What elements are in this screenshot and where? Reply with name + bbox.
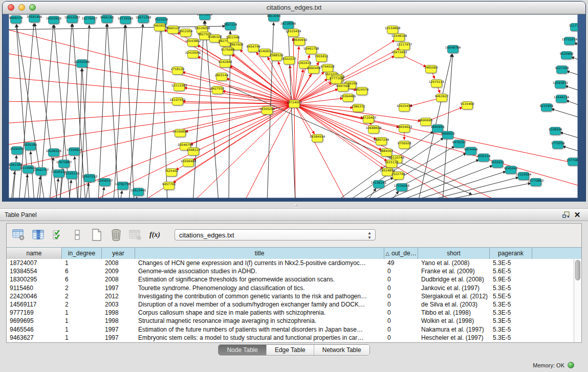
graph-node-label: 9242848: [219, 60, 232, 63]
graph-node-label: 10958107: [97, 179, 113, 182]
cell: Nakamura et al. (1997): [418, 325, 490, 334]
graph-node-label: 9146821: [258, 49, 272, 53]
close-icon[interactable]: ✕: [572, 210, 583, 220]
graph-node-label: 15823445: [130, 188, 146, 192]
graph-node-label: 16671358: [136, 15, 151, 19]
cell: 5.3E-5: [490, 334, 532, 342]
graph-node-label: 9227343: [555, 66, 569, 70]
graph-node-label: 11548108: [391, 34, 407, 37]
table-row[interactable]: 977716911998Corpus callosum shape and si…: [7, 309, 581, 317]
cell: Tibbo et al. (1998): [418, 309, 490, 317]
cell: Investigating the contribution of common…: [135, 292, 384, 300]
network-canvas[interactable]: 9405574376914061692092510653287152760279…: [9, 14, 578, 198]
tab-node-table[interactable]: Node Table: [219, 345, 266, 355]
graph-node-label: 19654923: [397, 125, 412, 128]
cell: 9465546: [7, 325, 62, 334]
column-header-pagerank[interactable]: pagerank: [490, 248, 532, 259]
graph-node-label: 7955812: [315, 54, 329, 58]
column-header-short[interactable]: short: [418, 248, 490, 259]
vertical-scrollbar[interactable]: [574, 259, 581, 342]
graph-node-label: 1773059: [551, 141, 565, 145]
table-row[interactable]: 946362711997Embryonic stem cells: a mode…: [7, 334, 581, 342]
scrollbar-thumb[interactable]: [575, 260, 580, 280]
graph-node-label: 7386372: [352, 104, 365, 108]
graph-node-label: 7515526: [155, 17, 168, 21]
graph-node-label: 18807249: [374, 138, 389, 141]
tab-edge-table[interactable]: Edge Table: [266, 345, 314, 355]
graph-node-label: 9497568: [336, 84, 350, 87]
splitter-grip-icon[interactable]: [294, 204, 297, 207]
window-titlebar[interactable]: citations_edges.txt: [3, 2, 585, 14]
panel-splitter[interactable]: [0, 202, 588, 208]
cell: 14569117: [7, 300, 62, 309]
status-bar: Memory: OK: [0, 358, 588, 372]
graph-node-label: 8186328: [208, 35, 222, 38]
graph-node-label: 10653287: [64, 15, 80, 19]
graph-node-label: 1362615: [298, 61, 312, 64]
cell: 1997: [102, 325, 135, 334]
table-row[interactable]: 1872400712008Changes of HCN gene express…: [7, 259, 581, 267]
graph-node-label: 1811546: [226, 35, 240, 39]
table-row[interactable]: 946554611997Estimation of the future num…: [7, 325, 581, 334]
graph-node-label: 9777169: [330, 76, 343, 80]
cell: 5.6E-5: [490, 267, 532, 275]
memory-ok-indicator[interactable]: [568, 362, 574, 368]
cell: 2: [62, 284, 102, 292]
graph-node-label: 18325419: [286, 29, 301, 33]
float-window-icon[interactable]: [560, 210, 572, 220]
column-header-out_de[interactable]: △out_de…: [384, 248, 418, 259]
column-header-title[interactable]: title: [135, 248, 384, 259]
table-row[interactable]: 1830029562008Estimation of significance …: [7, 275, 581, 283]
table-select-value: citations_edges.txt: [179, 231, 234, 239]
table-row[interactable]: 911546021997Tourette syndrome. Phenomeno…: [7, 284, 581, 292]
graph-node-label: 1615132: [385, 160, 399, 164]
table-row[interactable]: 969969511998Structural magnetic resonanc…: [7, 317, 581, 325]
table-row[interactable]: 2242004622012Investigating the contribut…: [7, 292, 581, 300]
citation-network-graph[interactable]: 9405574376914061692092510653287152760279…: [9, 14, 578, 198]
graph-node-label: 12505135: [64, 171, 80, 175]
graph-node-label: 11156829: [20, 166, 36, 169]
table-row[interactable]: 1456911722003Disruption of a novel membe…: [7, 300, 581, 309]
column-header-year[interactable]: year: [102, 248, 135, 259]
graph-node-label: 20206526: [46, 149, 62, 152]
graph-node-label: 9474444: [464, 147, 478, 151]
graph-node-label: 10688609: [366, 126, 382, 129]
table-select-dropdown[interactable]: citations_edges.txt ▲▼: [175, 229, 376, 240]
graph-node-label: 12103584: [516, 172, 532, 176]
new-table-icon[interactable]: [90, 228, 103, 242]
select-all-icon[interactable]: [51, 228, 64, 242]
graph-node-label: 15720407: [361, 116, 377, 119]
column-header-name[interactable]: name: [7, 248, 62, 259]
function-builder-icon[interactable]: f(x): [148, 228, 162, 242]
graph-node-label: 18640910: [292, 38, 308, 41]
cell: Tourette syndrome. Phenomenology and cla…: [135, 284, 384, 292]
cell: 2: [62, 300, 102, 309]
graph-node-label: 15770863: [528, 179, 544, 182]
graph-node-label: 9884067: [380, 149, 394, 152]
graph-node-label: 1588520: [270, 53, 284, 57]
cell: 0: [384, 300, 418, 309]
cell: 2012: [102, 292, 135, 300]
cell: 5.3E-5: [490, 300, 532, 309]
delete-table-icon[interactable]: [109, 228, 123, 242]
cell: 9777169: [7, 309, 62, 317]
column-header-in_degree[interactable]: in_degree: [62, 248, 102, 259]
graph-node-label: 8427552: [211, 86, 225, 90]
tab-network-table[interactable]: Network Table: [314, 345, 369, 355]
unselect-all-icon[interactable]: [70, 228, 84, 242]
table-toolbar: f(x) citations_edges.txt ▲▼: [7, 224, 581, 246]
cell: 6: [62, 275, 102, 283]
graph-node-label: 9529966: [560, 52, 574, 55]
select-columns-icon[interactable]: [31, 228, 45, 242]
cell: 5.9E-5: [490, 275, 532, 283]
cell: 1998: [102, 317, 135, 325]
table-settings-icon[interactable]: [12, 228, 26, 242]
cell: 2008: [102, 259, 135, 267]
cell: 0: [384, 309, 418, 317]
table-row[interactable]: 1938455462009Genome-wide association stu…: [7, 267, 581, 275]
graph-node-label: 3624574: [355, 87, 369, 91]
graph-node-label: 2522744: [391, 172, 405, 176]
graph-node-label: 20973493: [391, 50, 407, 54]
cell: Estimation of the future numbers of pati…: [135, 325, 384, 334]
graph-node-label: 18724007: [287, 100, 302, 104]
